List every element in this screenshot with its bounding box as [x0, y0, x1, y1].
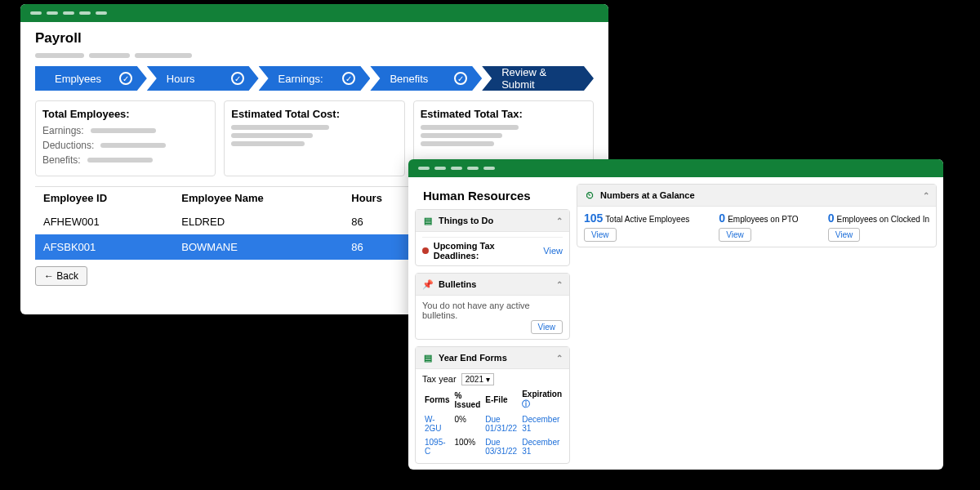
- pin-icon: 📌: [422, 278, 434, 290]
- taxyear-select[interactable]: 2021 ▾: [461, 373, 494, 385]
- info-icon[interactable]: ⓘ: [522, 399, 530, 408]
- step-earnings[interactable]: Earnings:✓: [259, 66, 371, 91]
- hr-window: Human Resources ▤Things to Do⌃ Upcoming …: [408, 159, 943, 470]
- panel-numbers: ⏲Numbers at a Galance⌃ 105Total Active E…: [577, 184, 937, 247]
- card-total-cost: Estimated Total Cost:: [224, 100, 404, 176]
- titlebar: [20, 4, 608, 22]
- step-benefits[interactable]: Benefits✓: [370, 66, 482, 91]
- card-total-employees: Total Employees: Earnings: Deductions: B…: [35, 100, 216, 176]
- view-button[interactable]: View: [531, 320, 564, 334]
- view-button[interactable]: View: [584, 228, 617, 242]
- titlebar: [408, 159, 943, 177]
- step-review[interactable]: Review & Submit: [482, 66, 594, 91]
- chevron-up-icon[interactable]: ⌃: [556, 280, 563, 289]
- table-row[interactable]: W-2GU0%Due 01/31/22December 31: [422, 412, 564, 435]
- panel-year-end-forms: ▤Year End Forms⌃ Tax year 2021 ▾ Forms% …: [415, 346, 570, 464]
- document-icon: ▤: [422, 215, 434, 226]
- hr-title: Human Resources: [415, 184, 570, 203]
- check-icon: ✓: [342, 72, 355, 85]
- gauge-icon: ⏲: [584, 189, 595, 201]
- view-button[interactable]: View: [719, 228, 751, 242]
- alert-icon: [422, 247, 429, 254]
- view-button[interactable]: View: [828, 228, 861, 242]
- page-title: Payroll: [35, 30, 594, 47]
- chevron-up-icon[interactable]: ⌃: [556, 354, 563, 363]
- view-link[interactable]: View: [543, 246, 563, 256]
- step-wizard: Emplyees✓ Hours✓ Earnings:✓ Benefits✓ Re…: [35, 66, 594, 91]
- chevron-up-icon[interactable]: ⌃: [556, 216, 563, 225]
- check-icon: ✓: [231, 72, 244, 85]
- check-icon: ✓: [119, 72, 132, 85]
- check-icon: ✓: [454, 72, 467, 85]
- panel-bulletins: 📌Bulletins⌃ You do not have any active b…: [415, 273, 570, 340]
- panel-things-to-do: ▤Things to Do⌃ Upcoming Tax Deadlines: V…: [415, 209, 570, 266]
- table-row[interactable]: 1095-C100%Due 03/31/22December 31: [422, 435, 564, 458]
- chevron-up-icon[interactable]: ⌃: [923, 191, 929, 200]
- step-hours[interactable]: Hours✓: [147, 66, 259, 91]
- document-icon: ▤: [422, 352, 434, 363]
- back-button[interactable]: ← Back: [35, 266, 87, 286]
- step-employees[interactable]: Emplyees✓: [35, 66, 147, 91]
